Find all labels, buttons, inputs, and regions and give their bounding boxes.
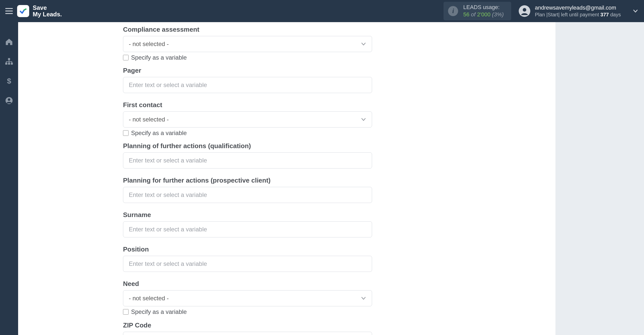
account-plan: Plan |Start| left until payment 377 days <box>535 11 621 18</box>
svg-point-10 <box>8 98 10 101</box>
field-pager: Pager <box>123 67 372 93</box>
info-icon: i <box>448 6 458 16</box>
svg-rect-0 <box>5 8 13 9</box>
usage-of: of <box>471 11 475 18</box>
svg-rect-6 <box>8 63 10 65</box>
plan-suffix: days <box>609 12 621 17</box>
checkbox-input[interactable] <box>123 309 129 315</box>
account-email: andrewsavemyleads@gmail.com <box>535 4 621 12</box>
field-compliance: Compliance assessment - not selected - S… <box>123 26 372 61</box>
field-zip: ZIP Code Google Lead Form | Postal Code:… <box>123 321 372 335</box>
brand-name: Save My Leads. <box>33 5 62 18</box>
input-planning-qual[interactable] <box>123 152 372 169</box>
usage-total: 2'000 <box>477 11 491 18</box>
user-circle-icon <box>5 97 13 104</box>
nav-account[interactable] <box>4 96 14 106</box>
svg-rect-5 <box>5 63 7 65</box>
chevron-down-icon <box>361 41 366 47</box>
brand-line2: My Leads. <box>33 11 62 18</box>
field-planning-qual: Planning of further actions (qualificati… <box>123 142 372 169</box>
checkbox-label: Specify as a variable <box>131 308 187 315</box>
checkbox-need-var[interactable]: Specify as a variable <box>123 308 372 315</box>
usage-indicator[interactable]: i LEADS usage: 56 of 2'000 (3%) <box>444 2 511 20</box>
checkbox-label: Specify as a variable <box>131 54 187 61</box>
input-planning-qual-field[interactable] <box>129 153 366 168</box>
plan-prefix: Plan | <box>535 12 548 17</box>
menu-icon <box>5 8 13 14</box>
svg-rect-4 <box>8 58 10 60</box>
label-need: Need <box>123 280 372 288</box>
plan-days: 377 <box>600 12 609 17</box>
plan-mid: | left until payment <box>558 12 600 17</box>
select-first-contact-value: - not selected - <box>129 116 169 123</box>
field-position: Position <box>123 245 372 272</box>
usage-current: 56 <box>463 11 469 18</box>
select-need-value: - not selected - <box>129 295 169 302</box>
form-column: Compliance assessment - not selected - S… <box>123 26 372 335</box>
input-position[interactable] <box>123 256 372 272</box>
svg-text:$: $ <box>7 77 11 85</box>
checkbox-input[interactable] <box>123 130 129 136</box>
field-first-contact: First contact - not selected - Specify a… <box>123 101 372 137</box>
user-icon <box>520 7 529 15</box>
label-surname: Surname <box>123 211 372 219</box>
select-need[interactable]: - not selected - <box>123 290 372 306</box>
svg-rect-7 <box>11 63 13 65</box>
plan-name: Start <box>548 12 558 17</box>
input-planning-prospect-field[interactable] <box>129 187 366 203</box>
label-pager: Pager <box>123 67 372 74</box>
input-zip[interactable]: Google Lead Form | Postal Code: "94043" … <box>123 332 372 335</box>
input-surname[interactable] <box>123 221 372 237</box>
side-nav: $ <box>0 22 18 335</box>
label-planning-qual: Planning of further actions (qualificati… <box>123 142 372 150</box>
usage-label: LEADS usage: <box>463 4 504 11</box>
page: Compliance assessment - not selected - S… <box>18 22 644 335</box>
chevron-down-icon <box>361 296 366 301</box>
check-icon <box>19 7 27 15</box>
home-icon <box>5 38 13 46</box>
label-zip: ZIP Code <box>123 321 372 329</box>
account-caret[interactable] <box>632 8 638 14</box>
checkbox-label: Specify as a variable <box>131 130 187 137</box>
svg-rect-1 <box>5 11 13 12</box>
input-pager[interactable] <box>123 77 372 93</box>
form-card: Compliance assessment - not selected - S… <box>18 22 555 335</box>
input-surname-field[interactable] <box>129 222 366 237</box>
dollar-icon: $ <box>6 77 12 85</box>
select-compliance[interactable]: - not selected - <box>123 36 372 52</box>
brand-logo[interactable]: Save My Leads. <box>17 5 62 18</box>
checkbox-compliance-var[interactable]: Specify as a variable <box>123 54 372 61</box>
label-first-contact: First contact <box>123 101 372 109</box>
input-planning-prospect[interactable] <box>123 187 372 203</box>
chevron-down-icon <box>632 8 638 14</box>
logo-mark <box>17 5 29 17</box>
select-first-contact[interactable]: - not selected - <box>123 111 372 128</box>
usage-text: LEADS usage: 56 of 2'000 (3%) <box>463 4 504 18</box>
usage-stats: 56 of 2'000 (3%) <box>463 11 504 18</box>
label-compliance: Compliance assessment <box>123 26 372 33</box>
account-menu[interactable]: andrewsavemyleads@gmail.com Plan |Start|… <box>519 4 638 18</box>
input-position-field[interactable] <box>129 256 366 272</box>
svg-rect-2 <box>5 13 13 14</box>
nav-integrations[interactable] <box>4 56 14 66</box>
field-need: Need - not selected - Specify as a varia… <box>123 280 372 315</box>
field-surname: Surname <box>123 211 372 237</box>
chevron-down-icon <box>361 117 366 122</box>
account-text: andrewsavemyleads@gmail.com Plan |Start|… <box>535 4 621 18</box>
svg-point-3 <box>523 8 526 12</box>
nav-billing[interactable]: $ <box>4 76 14 86</box>
input-pager-field[interactable] <box>129 77 366 93</box>
checkbox-first-contact-var[interactable]: Specify as a variable <box>123 130 372 137</box>
menu-button[interactable] <box>5 7 14 16</box>
usage-pct: (3%) <box>492 11 504 18</box>
avatar <box>519 5 530 17</box>
sitemap-icon <box>5 58 13 65</box>
checkbox-input[interactable] <box>123 55 129 60</box>
top-bar: Save My Leads. i LEADS usage: 56 of 2'00… <box>0 0 644 22</box>
nav-home[interactable] <box>4 37 14 47</box>
label-planning-prospect: Planning for further actions (prospectiv… <box>123 177 372 184</box>
field-planning-prospect: Planning for further actions (prospectiv… <box>123 177 372 203</box>
label-position: Position <box>123 245 372 253</box>
brand-line1: Save <box>33 5 62 11</box>
select-compliance-value: - not selected - <box>129 40 169 48</box>
